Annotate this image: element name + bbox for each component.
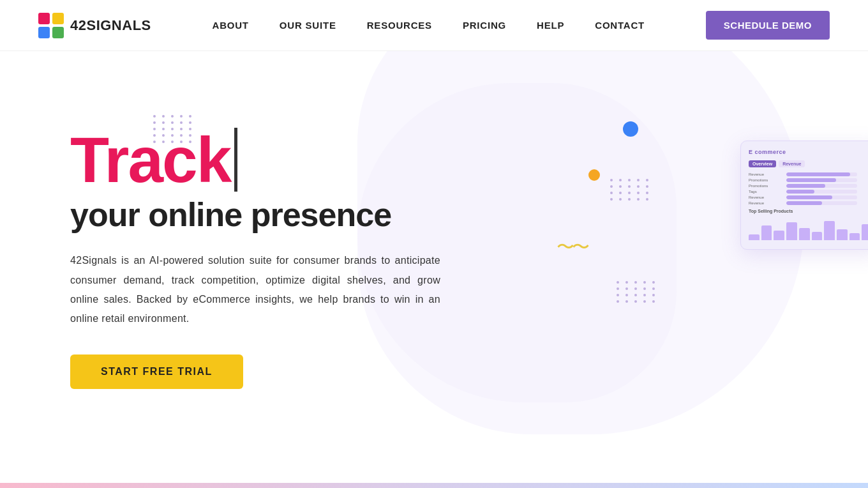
mock-chart-bar-7 (837, 229, 848, 240)
mock-label-2: Promotions (749, 184, 784, 188)
nav-pricing[interactable]: PRICING (463, 20, 506, 31)
nav-about[interactable]: ABOUT (213, 20, 249, 31)
dashboard-mockup: E commerce Overview Revenue Revenue 90 P… (740, 141, 868, 250)
svg-rect-0 (38, 13, 50, 24)
logo-icon (38, 13, 64, 38)
bottom-bar-decoration (0, 483, 868, 488)
mock-row-5: Revenue 50 (749, 201, 868, 205)
mock-chart-bar-2 (774, 231, 784, 240)
mock-bar-container-1 (786, 178, 857, 182)
mock-chart-bar-0 (749, 234, 760, 241)
circle-blue-decoration (623, 121, 638, 137)
hero-section: 〜〜 Track your online presence 42Signals … (0, 51, 868, 488)
svg-rect-2 (38, 27, 50, 38)
mock-chart-section-title: Top Selling Products (749, 209, 868, 213)
navbar: 42SIGNALS ABOUT OUR SUITE RESOURCES PRIC… (0, 0, 868, 51)
mock-bar-container-4 (786, 195, 857, 199)
hero-headline-subtitle: your online presence (70, 197, 440, 233)
mock-row-1: Promotions 70 (749, 178, 868, 182)
mock-chart-bar-1 (761, 225, 772, 240)
hero-description: 42Signals is an AI-powered solution suit… (70, 251, 440, 329)
mock-tab-overview: Overview (749, 160, 776, 167)
mock-row-3: Tags 40 (749, 190, 868, 194)
hero-headline-track: Track (70, 128, 237, 192)
mock-value-0: 90 (860, 172, 868, 176)
nav-links: ABOUT OUR SUITE RESOURCES PRICING HELP C… (213, 20, 645, 31)
nav-resources[interactable]: RESOURCES (367, 20, 432, 31)
mock-chart-bar-4 (799, 228, 810, 240)
mock-bar-container-2 (786, 184, 857, 188)
mock-bar-fill-5 (786, 201, 822, 205)
svg-rect-3 (52, 27, 64, 38)
mock-chart (749, 216, 868, 241)
mock-label-5: Revenue (749, 201, 784, 205)
mock-value-4: 65 (860, 195, 868, 199)
mock-bar-fill-3 (786, 190, 814, 194)
mock-row-0: Revenue 90 (749, 172, 868, 176)
circle-yellow-decoration (588, 169, 600, 181)
mock-value-2: 55 (860, 184, 868, 188)
hero-content: Track your online presence 42Signals is … (70, 128, 440, 389)
mock-label-1: Promotions (749, 178, 784, 182)
nav-help[interactable]: HELP (537, 20, 564, 31)
mock-bar-fill-0 (786, 172, 850, 176)
mock-chart-bar-6 (824, 221, 835, 240)
mock-bar-container-3 (786, 190, 857, 194)
logo[interactable]: 42SIGNALS (38, 13, 151, 38)
mock-bar-fill-2 (786, 184, 825, 188)
mock-chart-bar-8 (849, 233, 860, 240)
schedule-demo-button[interactable]: SCHEDULE DEMO (706, 11, 830, 40)
mock-bar-fill-1 (786, 178, 836, 182)
dots-mid-right (610, 179, 651, 201)
mock-row-2: Promotions 55 (749, 184, 868, 188)
mock-chart-bar-9 (862, 224, 868, 240)
nav-our-suite[interactable]: OUR SUITE (280, 20, 336, 31)
mock-chart-bar-5 (812, 232, 823, 240)
mock-table: Revenue 90 Promotions 70 Promotions 55 (749, 172, 868, 205)
mock-value-3: 40 (860, 190, 868, 194)
start-free-trial-button[interactable]: START FREE TRIAL (70, 355, 243, 389)
mock-label-3: Tags (749, 190, 784, 194)
mock-chart-bar-3 (786, 222, 797, 241)
mock-tab-row: Overview Revenue (749, 160, 868, 167)
mock-row-4: Revenue 65 (749, 195, 868, 199)
wave-decoration: 〜〜 (557, 235, 587, 259)
mock-value-1: 70 (860, 178, 868, 182)
mock-bar-container-0 (786, 172, 857, 176)
mock-label-0: Revenue (749, 172, 784, 176)
nav-contact[interactable]: CONTACT (595, 20, 645, 31)
mock-header: E commerce (749, 149, 868, 155)
svg-rect-1 (52, 13, 64, 24)
dots-bottom-right (617, 281, 657, 303)
mock-bar-fill-4 (786, 195, 832, 199)
mock-value-5: 50 (860, 201, 868, 205)
logo-text: 42SIGNALS (70, 17, 151, 34)
mock-tab-revenue: Revenue (779, 160, 805, 167)
mock-bar-container-5 (786, 201, 857, 205)
mock-label-4: Revenue (749, 195, 784, 199)
